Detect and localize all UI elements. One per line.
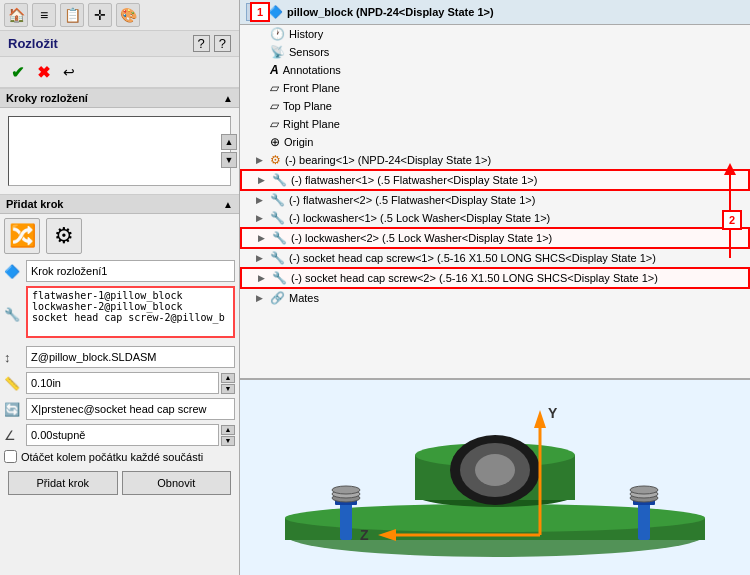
rotation-axis-icon: 🔄 [4, 402, 22, 417]
palette-icon[interactable]: 🎨 [116, 3, 140, 27]
flatwasher2-label: (-) flatwasher<2> (.5 Flatwasher<Display… [289, 194, 535, 206]
scroll-up-btn[interactable]: ▲ [221, 134, 237, 150]
rotate-checkbox[interactable] [4, 450, 17, 463]
tree-item-sensors[interactable]: 📡 Sensors [240, 43, 750, 61]
callout-1: 1 [250, 2, 270, 22]
component-select-btn[interactable]: 🔀 [4, 218, 40, 254]
annotations-label: Annotations [283, 64, 341, 76]
bottom-buttons: Přidat krok Obnovit [4, 467, 235, 499]
lockwasher2-label: (-) lockwasher<2> (.5 Lock Washer<Displa… [291, 232, 552, 244]
add-icon[interactable]: ✛ [88, 3, 112, 27]
expand-flatwasher1[interactable]: ▶ [258, 175, 270, 185]
distance-row: 📏 ▲ ▼ [4, 372, 235, 394]
reject-button[interactable]: ✖ [32, 61, 54, 83]
svg-text:Y: Y [548, 405, 558, 421]
expand-lockwasher2[interactable]: ▶ [258, 233, 270, 243]
no-expand-right [256, 119, 268, 129]
add-step-button[interactable]: Přidat krok [8, 471, 118, 495]
tree-item-socket1[interactable]: ▶ 🔧 (-) socket head cap screw<1> (.5-16 … [240, 249, 750, 267]
undo-button[interactable]: ↩ [58, 61, 80, 83]
tree-item-mates[interactable]: ▶ 🔗 Mates [240, 289, 750, 307]
right-plane-label: Right Plane [283, 118, 340, 130]
lockwasher2-icon: 🔧 [272, 231, 287, 245]
svg-rect-14 [638, 500, 650, 540]
panel-header: Rozložit ? ? [0, 31, 239, 57]
socket1-icon: 🔧 [270, 251, 285, 265]
flatwasher1-label: (-) flatwasher<1> (.5 Flatwasher<Display… [291, 174, 537, 186]
mates-icon: 🔗 [270, 291, 285, 305]
no-expand-annotations [256, 65, 268, 75]
tree-root-label: pillow_block (NPD-24<Display State 1>) [287, 6, 494, 18]
tree-item-lockwasher2[interactable]: ▶ 🔧 (-) lockwasher<2> (.5 Lock Washer<Di… [240, 227, 750, 249]
3d-view: Y Z [240, 380, 750, 575]
home-icon[interactable]: 🏠 [4, 3, 28, 27]
expand-bearing[interactable]: ▶ [256, 155, 268, 165]
accept-button[interactable]: ✔ [6, 61, 28, 83]
clipboard-icon[interactable]: 📋 [60, 3, 84, 27]
expand-lockwasher1[interactable]: ▶ [256, 213, 268, 223]
distance-input[interactable] [26, 372, 219, 394]
tree-item-flatwasher2[interactable]: ▶ 🔧 (-) flatwasher<2> (.5 Flatwasher<Dis… [240, 191, 750, 209]
components-icon: 🔧 [4, 307, 22, 322]
tree-item-socket2[interactable]: ▶ 🔧 (-) socket head cap screw<2> (.5-16 … [240, 267, 750, 289]
expand-socket1[interactable]: ▶ [256, 253, 268, 263]
origin-label: Origin [284, 136, 313, 148]
distance-down-btn[interactable]: ▼ [221, 384, 235, 394]
lockwasher1-label: (-) lockwasher<1> (.5 Lock Washer<Displa… [289, 212, 550, 224]
tree-item-annotations[interactable]: A Annotations [240, 61, 750, 79]
tree-item-front-plane[interactable]: ▱ Front Plane [240, 79, 750, 97]
steps-section-header: Kroky rozložení ▲ [0, 88, 239, 108]
add-step-collapse-btn[interactable]: ▲ [223, 199, 233, 210]
krok-input[interactable] [26, 260, 235, 282]
angle-input[interactable] [26, 424, 219, 446]
list-icon[interactable]: ≡ [32, 3, 56, 27]
no-expand-history [256, 29, 268, 39]
angle-up-btn[interactable]: ▲ [221, 425, 235, 435]
tree-item-bearing[interactable]: ▶ ⚙ (-) bearing<1> (NPD-24<Display State… [240, 151, 750, 169]
rotation-axis-input[interactable] [26, 398, 235, 420]
component-icon-row: 🔀 ⚙ [4, 218, 235, 254]
svg-point-11 [475, 454, 515, 486]
krok-row: 🔷 [4, 260, 235, 282]
flatwasher1-icon: 🔧 [272, 173, 287, 187]
info-icon[interactable]: ? [214, 35, 231, 52]
angle-spinner: ▲ ▼ [221, 425, 235, 446]
sensors-label: Sensors [289, 46, 329, 58]
history-icon: 🕐 [270, 27, 285, 41]
angle-row: ∠ ▲ ▼ [4, 424, 235, 446]
socket2-label: (-) socket head cap screw<2> (.5-16 X1.5… [291, 272, 658, 284]
help-icon[interactable]: ? [193, 35, 210, 52]
panel-help-icons: ? ? [193, 35, 231, 52]
action-bar: ✔ ✖ ↩ [0, 57, 239, 88]
axis-icon: ↕ [4, 350, 22, 365]
tree-item-history[interactable]: 🕐 History [240, 25, 750, 43]
tree-item-lockwasher1[interactable]: ▶ 🔧 (-) lockwasher<1> (.5 Lock Washer<Di… [240, 209, 750, 227]
no-expand-sensors [256, 47, 268, 57]
distance-spinner: ▲ ▼ [221, 373, 235, 394]
distance-up-btn[interactable]: ▲ [221, 373, 235, 383]
expand-mates[interactable]: ▶ [256, 293, 268, 303]
svg-point-24 [332, 486, 360, 494]
components-textarea[interactable]: flatwasher-1@pillow_block lockwasher-2@p… [26, 286, 235, 338]
scroll-down-btn[interactable]: ▼ [221, 152, 237, 168]
add-step-section-header: Přidat krok ▲ [0, 194, 239, 214]
expand-flatwasher2[interactable]: ▶ [256, 195, 268, 205]
expand-socket2[interactable]: ▶ [258, 273, 270, 283]
bearing-label: (-) bearing<1> (NPD-24<Display State 1>) [285, 154, 491, 166]
axis-input[interactable] [26, 346, 235, 368]
tree-item-right-plane[interactable]: ▱ Right Plane [240, 115, 750, 133]
flatwasher2-icon: 🔧 [270, 193, 285, 207]
top-plane-icon: ▱ [270, 99, 279, 113]
feature-tree: ▼ 🔷 pillow_block (NPD-24<Display State 1… [240, 0, 750, 380]
front-plane-icon: ▱ [270, 81, 279, 95]
tree-item-origin[interactable]: ⊕ Origin [240, 133, 750, 151]
angle-down-btn[interactable]: ▼ [221, 436, 235, 446]
steps-collapse-btn[interactable]: ▲ [223, 93, 233, 104]
tree-item-top-plane[interactable]: ▱ Top Plane [240, 97, 750, 115]
lockwasher1-icon: 🔧 [270, 211, 285, 225]
refresh-button[interactable]: Obnovit [122, 471, 232, 495]
tree-item-flatwasher1[interactable]: ▶ 🔧 (-) flatwasher<1> (.5 Flatwasher<Dis… [240, 169, 750, 191]
annotations-icon: A [270, 63, 279, 77]
scroll-controls: ▲ ▼ [221, 134, 237, 168]
component-select-alt-btn[interactable]: ⚙ [46, 218, 82, 254]
